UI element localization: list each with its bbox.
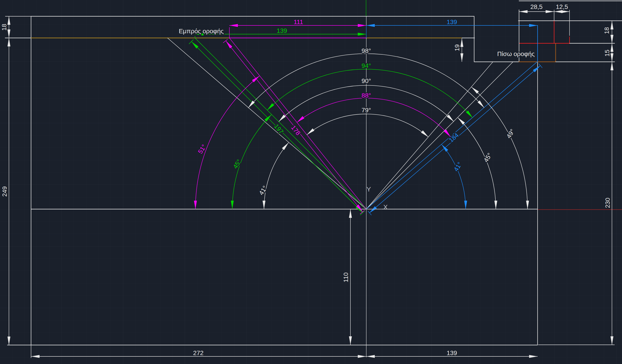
dim-230-text: 230: [604, 198, 611, 208]
dim-249-text: 249: [1, 186, 8, 197]
ucs-x-label: X: [383, 203, 388, 211]
dim-139-bottom-text: 139: [447, 349, 457, 356]
dim-18-right-text: 18: [603, 27, 610, 34]
angle-88-text: 88°: [362, 92, 371, 99]
dim-139-front-text: 139: [277, 27, 287, 34]
dim-110-text: 110: [342, 273, 349, 283]
dim-111-text: 111: [294, 18, 303, 25]
cad-viewport[interactable]: X Y Εμπρός οροφής Πίσω οροφής 111 139 13…: [0, 0, 622, 364]
dim-15-text: 15: [604, 50, 611, 56]
dim-12-text: 12,5: [556, 3, 568, 10]
cad-drawing-canvas[interactable]: X Y Εμπρός οροφής Πίσω οροφής 111 139 13…: [0, 0, 622, 364]
rear-roof-label: Πίσω οροφής: [497, 51, 535, 57]
angle-98-text: 98°: [362, 47, 371, 54]
dim-18-left-text: 18: [1, 24, 8, 31]
dim-28-text: 28,5: [530, 3, 543, 10]
dim-272-text: 272: [193, 349, 204, 356]
angle-90-text: 90°: [362, 77, 371, 84]
dim-139-rear-text: 139: [447, 18, 457, 25]
dim-19-text: 19: [454, 44, 461, 51]
ucs-y-label: Y: [367, 185, 371, 193]
angle-79-text: 79°: [362, 107, 371, 114]
angle-94-text: 94°: [362, 62, 371, 69]
front-roof-label: Εμπρός οροφής: [179, 28, 224, 35]
